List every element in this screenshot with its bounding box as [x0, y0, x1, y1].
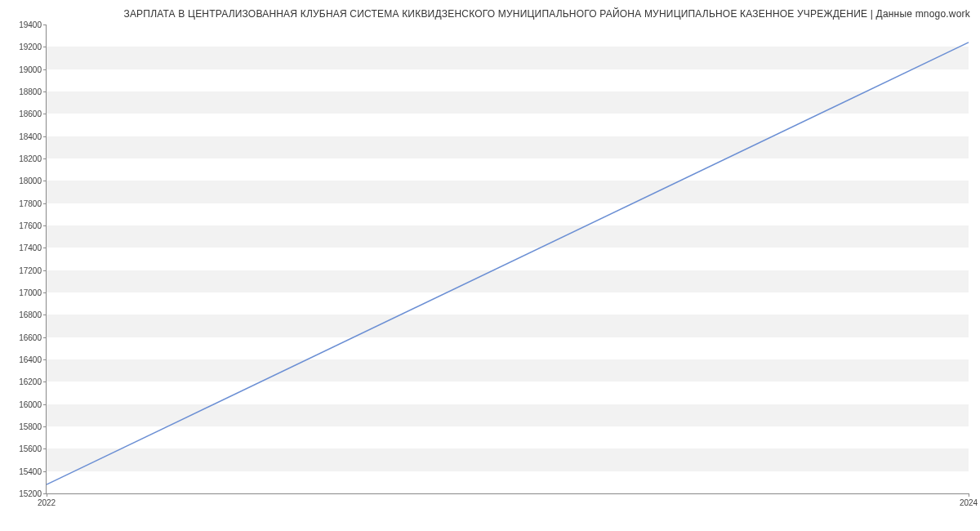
y-axis-label: 17000	[19, 288, 42, 297]
y-axis-label: 18800	[19, 87, 42, 96]
y-axis-tick	[43, 203, 47, 204]
y-axis-tick	[43, 315, 47, 315]
y-axis-tick	[43, 47, 47, 47]
x-axis-tick	[47, 493, 47, 497]
y-axis-label: 18200	[19, 154, 42, 163]
y-axis-tick	[43, 471, 47, 472]
y-axis-tick	[43, 136, 47, 137]
y-axis-label: 17600	[19, 221, 42, 230]
x-axis-tick	[969, 493, 969, 497]
y-axis-label: 15400	[19, 466, 42, 475]
y-axis-tick	[43, 69, 47, 70]
y-axis-tick	[43, 404, 47, 405]
x-axis-label: 2024	[960, 498, 978, 507]
y-axis-tick	[43, 248, 47, 248]
y-axis-tick	[43, 158, 47, 159]
line-path	[47, 42, 969, 484]
plot-area: 1520015400156001580016000162001640016600…	[46, 25, 969, 494]
y-axis-tick	[43, 91, 47, 92]
y-axis-label: 18600	[19, 109, 42, 118]
y-axis-tick	[43, 181, 47, 181]
y-axis-label: 19200	[19, 42, 42, 51]
y-axis-label: 15800	[19, 422, 42, 431]
chart-title: ЗАРПЛАТА В ЦЕНТРАЛИЗОВАННАЯ КЛУБНАЯ СИСТ…	[0, 0, 980, 20]
y-axis-label: 16600	[19, 332, 42, 341]
y-axis-tick	[43, 114, 47, 114]
line-series	[47, 25, 969, 493]
y-axis-tick	[43, 225, 47, 226]
y-axis-label: 16200	[19, 377, 42, 386]
y-axis-tick	[43, 25, 47, 25]
y-axis-label: 19000	[19, 65, 42, 74]
y-axis-label: 16400	[19, 355, 42, 364]
y-axis-label: 15200	[19, 489, 42, 498]
y-axis-tick	[43, 337, 47, 338]
y-axis-label: 17400	[19, 243, 42, 252]
y-axis-label: 16000	[19, 399, 42, 408]
y-axis-tick	[43, 292, 47, 293]
y-axis-label: 18400	[19, 132, 42, 141]
y-axis-label: 15600	[19, 444, 42, 453]
y-axis-tick	[43, 359, 47, 360]
y-axis-tick	[43, 270, 47, 271]
y-axis-tick	[43, 426, 47, 427]
y-axis-label: 16800	[19, 310, 42, 319]
y-axis-tick	[43, 382, 47, 382]
x-axis-label: 2022	[38, 498, 56, 507]
chart-container: ЗАРПЛАТА В ЦЕНТРАЛИЗОВАННАЯ КЛУБНАЯ СИСТ…	[0, 0, 980, 531]
y-axis-label: 17800	[19, 199, 42, 207]
y-axis-label: 18000	[19, 176, 42, 185]
y-axis-tick	[43, 448, 47, 449]
y-axis-label: 17200	[19, 266, 42, 274]
y-axis-label: 19400	[19, 20, 42, 29]
